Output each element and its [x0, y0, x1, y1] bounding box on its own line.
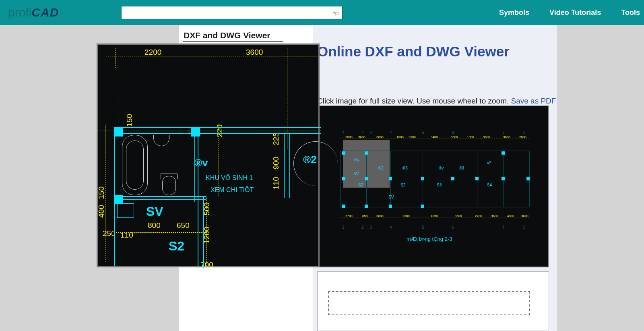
grid-col-4-bot: 4 [390, 225, 392, 230]
grid-col-1-top: 1 [342, 130, 345, 135]
zoom-column [114, 128, 123, 137]
thumb-column [389, 177, 392, 180]
zoom-dimline [106, 56, 317, 56]
grid-col-3-bot: 3 [369, 225, 372, 230]
thumb-dim: 3600 [483, 135, 490, 139]
file-drop-zone[interactable] [328, 291, 530, 315]
grid-col-2-top: 2 [361, 130, 364, 135]
thumb-dim: 1000 [467, 135, 474, 139]
search-box[interactable]: +⌕ [121, 6, 343, 20]
grid-col-5-bot: 5 [422, 225, 424, 230]
zoom-dim-800: 800 [148, 221, 161, 230]
zoom-grid-line [98, 130, 321, 130]
zoom-column [191, 128, 200, 137]
thumb-column [365, 205, 368, 208]
zoom-wall [114, 127, 321, 128]
thumb-dim: 3600 [503, 135, 510, 139]
grid-col-2-bot: 2 [361, 225, 364, 230]
brand-logo[interactable]: profiCAD [8, 6, 59, 19]
zoom-note-2: XEM CHI TIÕT [211, 186, 254, 194]
t-line [340, 207, 529, 207]
zoom-preview-popup[interactable]: 2200 3600 150 400 150 250 220 225 900 11… [97, 43, 320, 267]
thumb-label: S4 [487, 183, 492, 187]
grid-col-6-top: 6 [452, 130, 454, 135]
zoom-dimtick [116, 48, 116, 68]
zoom-column [114, 195, 123, 204]
zoom-dim-220: 220 [215, 124, 224, 137]
thumb-dim: 3600 [491, 214, 498, 218]
thumb-label: ®2 [378, 166, 384, 170]
thumb-column [342, 205, 345, 208]
thumb-dim: 3600 [451, 135, 458, 139]
thumb-dim: 3600 [402, 214, 410, 218]
search-icon[interactable]: +⌕ [329, 9, 342, 17]
zoom-dimtick [193, 48, 193, 68]
brand-left: profi [8, 6, 31, 19]
thumb-dim: 4300 [507, 214, 514, 218]
zoom-wall [289, 133, 290, 198]
grid-col-7-bot: 7 [502, 225, 505, 230]
zoom-dim-650: 650 [177, 221, 190, 230]
thumb-column [451, 177, 454, 180]
thumb-caption: mÆt b»ng tÇng 2-3 [407, 236, 452, 242]
upload-panel [317, 271, 549, 331]
thumb-column [502, 151, 505, 155]
thumb-column [421, 177, 424, 180]
top-nav: Symbols Video Tutorials Tools [499, 0, 640, 25]
thumb-label: S2 [400, 183, 405, 187]
drawing-thumbnail[interactable]: 1 2 3 4 5 6 7 8 2000 3600 3600 1000 3600… [317, 106, 549, 267]
zoom-fixture-cooktop [117, 203, 134, 218]
zoom-wall [198, 133, 198, 268]
thumb-dim: 2700 [345, 214, 353, 218]
thumb-dim: 2000 [345, 135, 353, 139]
nav-tutorials[interactable]: Video Tutorials [549, 8, 601, 17]
save-as-pdf-link[interactable]: Save as PDF [511, 97, 556, 105]
zoom-dim-250: 250 [103, 229, 116, 238]
thumb-label: S2 [358, 183, 363, 187]
thumb-dim: 3600 [376, 135, 384, 139]
thumb-dim: 3600 [521, 214, 528, 218]
zoom-fixture-toilet-tank [161, 174, 178, 179]
thumb-dim: 650 [362, 214, 367, 218]
nav-symbols[interactable]: Symbols [499, 8, 529, 17]
zoom-grid-line [197, 45, 197, 268]
grid-col-8-top: 8 [523, 130, 526, 135]
thumb-column [389, 205, 392, 208]
thumb-column [342, 151, 345, 155]
zoom-dim-110b: 110 [120, 231, 133, 240]
zoom-wall [114, 196, 206, 197]
thumb-column [475, 177, 479, 180]
grid-col-5-top: 5 [422, 130, 424, 135]
thumb-column [526, 177, 530, 180]
thumb-dim: 2700 [475, 214, 482, 218]
nav-tools[interactable]: Tools [621, 8, 640, 17]
zoom-dim-3600: 3600 [246, 48, 263, 57]
thumb-column [502, 177, 505, 180]
zoom-dim-700: 700 [200, 261, 213, 269]
thumb-label: ®3 [459, 166, 464, 170]
thumb-label: SV [388, 195, 394, 199]
app-header: profiCAD +⌕ Symbols Video Tutorials Tool… [0, 0, 644, 25]
thumb-dim: 3600 [455, 214, 462, 218]
grid-col-4-top: 4 [390, 130, 392, 135]
thumb-label: ®v [354, 158, 359, 162]
search-input[interactable] [122, 6, 329, 19]
page-title: Online DXF and DWG Viewer [317, 43, 510, 60]
zoom-wall [203, 196, 204, 268]
thumb-dim: 3600 [376, 214, 384, 218]
grid-col-3-top: 3 [369, 130, 372, 135]
thumb-dim: 3600 [358, 135, 365, 139]
thumb-column [365, 177, 368, 180]
grid-col-1-bot: 1 [342, 225, 345, 230]
thumb-column [342, 177, 345, 180]
zoom-fixture-bathtub-inner [126, 141, 144, 190]
grid-col-6-bot: 6 [452, 225, 454, 230]
thumb-label: v2 [487, 161, 491, 165]
sidebar-tab-viewer[interactable]: DXF and DWG Viewer [183, 28, 283, 42]
thumb-column [365, 151, 368, 155]
grid-col-8-bot: 8 [523, 225, 526, 230]
zoom-dim-225: 225 [272, 132, 281, 145]
zoom-fixture-sink [153, 135, 169, 146]
t-line [340, 151, 529, 151]
zoom-dim-900: 900 [272, 157, 281, 170]
